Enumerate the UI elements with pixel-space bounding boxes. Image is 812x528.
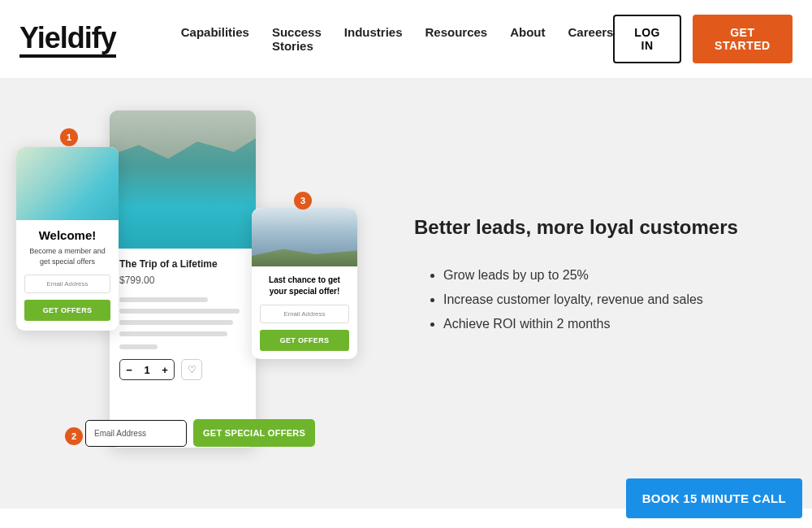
step-badge-2: 2 bbox=[65, 427, 83, 445]
welcome-get-offers-button[interactable]: GET OFFERS bbox=[24, 300, 110, 321]
inline-email-input[interactable]: Email Address bbox=[85, 420, 187, 447]
hero-bullet: Grow leads by up to 25% bbox=[443, 268, 738, 283]
wishlist-button[interactable]: ♡ bbox=[181, 359, 202, 380]
get-started-button[interactable]: GET STARTED bbox=[693, 15, 793, 63]
hero-headline: Better leads, more loyal customers bbox=[414, 216, 738, 239]
product-card: The Trip of a Lifetime $799.00 − 1 + ♡ bbox=[110, 110, 256, 448]
nav-industries[interactable]: Industries bbox=[344, 25, 403, 53]
hero-bullets: Grow leads by up to 25% Increase custome… bbox=[414, 268, 738, 331]
skeleton-line bbox=[119, 309, 240, 314]
welcome-image bbox=[16, 147, 119, 220]
nav-careers[interactable]: Careers bbox=[568, 25, 614, 53]
header-actions: LOG IN GET STARTED bbox=[613, 15, 793, 63]
site-header: Yieldify Capabilities Success Stories In… bbox=[0, 0, 812, 78]
product-image bbox=[110, 110, 256, 249]
last-chance-get-offers-button[interactable]: GET OFFERS bbox=[260, 330, 349, 351]
brand-logo[interactable]: Yieldify bbox=[19, 21, 116, 58]
step-badge-1: 1 bbox=[60, 128, 78, 146]
login-button[interactable]: LOG IN bbox=[613, 15, 680, 63]
product-title: The Trip of a Lifetime bbox=[119, 258, 246, 270]
last-chance-title: Last chance to get your special offer! bbox=[260, 275, 349, 296]
skeleton-line bbox=[119, 331, 227, 336]
hero-bullet: Increase customer loyalty, revenue and s… bbox=[443, 292, 738, 307]
hero-copy: Better leads, more loyal customers Grow … bbox=[365, 110, 738, 484]
welcome-card: Welcome! Become a member and get special… bbox=[16, 147, 119, 331]
qty-value: 1 bbox=[138, 364, 156, 376]
welcome-title: Welcome! bbox=[24, 228, 110, 242]
book-call-button[interactable]: BOOK 15 MINUTE CALL bbox=[626, 478, 802, 518]
welcome-subtitle: Become a member and get special offers bbox=[24, 246, 110, 266]
nav-capabilities[interactable]: Capabilities bbox=[181, 25, 249, 53]
hero-section: 1 2 3 The Trip of a Lifetime $799.00 − 1… bbox=[0, 78, 812, 509]
product-price: $799.00 bbox=[119, 275, 246, 286]
qty-plus-icon[interactable]: + bbox=[156, 364, 174, 376]
inline-signup-strip: Email Address GET SPECIAL OFFERS bbox=[85, 419, 315, 447]
primary-nav: Capabilities Success Stories Industries … bbox=[181, 25, 614, 53]
last-chance-image bbox=[252, 208, 357, 266]
welcome-email-input[interactable]: Email Address bbox=[24, 275, 110, 293]
hero-bullet: Achieve ROI within 2 months bbox=[443, 317, 738, 331]
last-chance-card: Last chance to get your special offer! E… bbox=[252, 208, 357, 359]
inline-get-special-offers-button[interactable]: GET SPECIAL OFFERS bbox=[193, 419, 315, 447]
last-chance-email-input[interactable]: Email Address bbox=[260, 305, 349, 323]
step-badge-3: 3 bbox=[294, 192, 312, 210]
nav-resources[interactable]: Resources bbox=[425, 25, 487, 53]
quantity-stepper[interactable]: − 1 + bbox=[119, 359, 175, 380]
skeleton-line bbox=[119, 320, 233, 325]
skeleton-line bbox=[119, 297, 208, 302]
nav-about[interactable]: About bbox=[510, 25, 545, 53]
hero-illustration: 1 2 3 The Trip of a Lifetime $799.00 − 1… bbox=[8, 110, 365, 476]
nav-success-stories[interactable]: Success Stories bbox=[272, 25, 322, 53]
qty-minus-icon[interactable]: − bbox=[120, 364, 138, 376]
skeleton-line bbox=[119, 344, 158, 349]
heart-icon: ♡ bbox=[188, 364, 197, 375]
